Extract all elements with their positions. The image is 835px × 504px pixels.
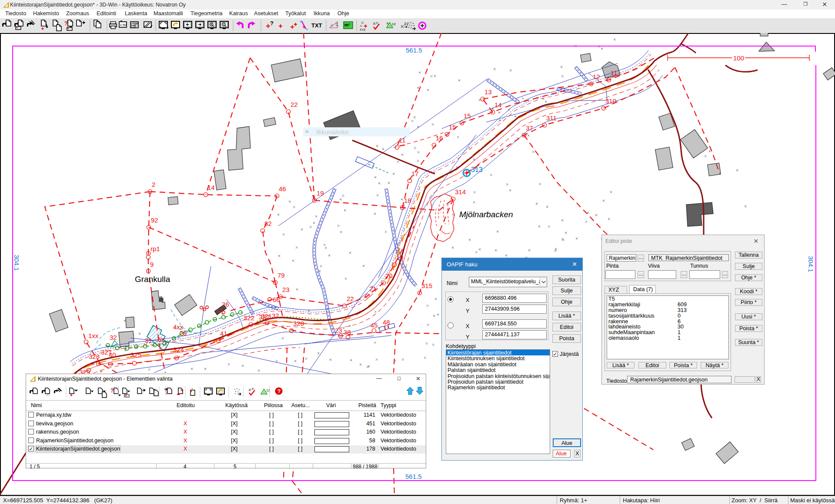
svg-text:19: 19 bbox=[317, 189, 324, 197]
svg-text:12: 12 bbox=[266, 388, 270, 392]
svg-text:18: 18 bbox=[404, 197, 411, 204]
svg-text:561.5: 561.5 bbox=[406, 46, 422, 54]
svg-text:26: 26 bbox=[222, 301, 229, 308]
svg-text:17: 17 bbox=[411, 170, 419, 177]
svg-text:m²: m² bbox=[344, 23, 350, 27]
svg-text:23: 23 bbox=[282, 286, 290, 293]
svg-text:9: 9 bbox=[150, 261, 154, 268]
svg-text:1:50: 1:50 bbox=[120, 23, 127, 27]
svg-text:29: 29 bbox=[180, 329, 187, 337]
svg-text:21: 21 bbox=[369, 285, 377, 292]
svg-text:328: 328 bbox=[89, 353, 100, 360]
svg-text:14: 14 bbox=[207, 184, 215, 191]
svg-text:20: 20 bbox=[385, 272, 393, 279]
svg-text:561.5: 561.5 bbox=[405, 473, 422, 480]
svg-text:A: A bbox=[331, 23, 333, 27]
svg-text:Mjölnarbacken: Mjölnarbacken bbox=[459, 210, 513, 219]
svg-text:32: 32 bbox=[272, 312, 279, 319]
svg-text:31: 31 bbox=[145, 337, 152, 344]
svg-text:23: 23 bbox=[335, 327, 342, 334]
svg-text:311: 311 bbox=[546, 114, 557, 122]
svg-text:13: 13 bbox=[484, 88, 492, 96]
svg-text:?: ? bbox=[64, 20, 68, 27]
svg-text:45: 45 bbox=[371, 322, 378, 329]
svg-text:37: 37 bbox=[526, 124, 533, 132]
svg-text:22: 22 bbox=[291, 101, 298, 108]
svg-text:310: 310 bbox=[605, 97, 616, 105]
svg-text:322: 322 bbox=[244, 314, 254, 322]
svg-text:324: 324 bbox=[173, 346, 184, 353]
svg-text:46: 46 bbox=[279, 185, 286, 192]
svg-text:32: 32 bbox=[110, 334, 117, 341]
svg-text:313: 313 bbox=[471, 166, 483, 173]
svg-text:100: 100 bbox=[733, 54, 744, 62]
svg-text:66: 66 bbox=[273, 296, 280, 303]
svg-text:15: 15 bbox=[449, 123, 456, 131]
svg-text:12: 12 bbox=[392, 22, 396, 26]
svg-text:21: 21 bbox=[404, 22, 408, 26]
svg-text:322: 322 bbox=[259, 313, 270, 321]
svg-text:?: ? bbox=[110, 388, 114, 394]
svg-text:304.1: 304.1 bbox=[13, 255, 20, 271]
svg-text:2: 2 bbox=[152, 181, 155, 188]
svg-text:?: ? bbox=[277, 388, 281, 395]
svg-text:41: 41 bbox=[220, 330, 227, 337]
svg-text:327: 327 bbox=[101, 348, 112, 356]
svg-text:TXT: TXT bbox=[311, 22, 322, 29]
svg-text:rp1: rp1 bbox=[150, 245, 160, 252]
svg-text:82: 82 bbox=[264, 220, 272, 227]
svg-text:?: ? bbox=[270, 20, 274, 27]
svg-text:16: 16 bbox=[436, 134, 443, 142]
svg-text:22: 22 bbox=[347, 295, 354, 302]
svg-text:12: 12 bbox=[593, 73, 600, 80]
svg-text:320: 320 bbox=[293, 320, 304, 327]
svg-text:Ikkunaleike: Ikkunaleike bbox=[316, 128, 349, 136]
svg-text:325: 325 bbox=[130, 351, 141, 358]
svg-text:315: 315 bbox=[421, 282, 432, 289]
svg-text:1xx: 1xx bbox=[88, 332, 99, 339]
svg-text:19: 19 bbox=[396, 254, 404, 261]
svg-text:XYZ: XYZ bbox=[360, 28, 366, 31]
svg-text:Grankulla: Grankulla bbox=[135, 275, 170, 284]
svg-text:15: 15 bbox=[464, 112, 471, 119]
svg-text:314: 314 bbox=[455, 188, 466, 196]
svg-text:11: 11 bbox=[399, 136, 406, 144]
svg-text:92: 92 bbox=[151, 216, 158, 224]
svg-text:48: 48 bbox=[383, 318, 390, 326]
svg-text:14: 14 bbox=[494, 101, 502, 109]
svg-text:6x: 6x bbox=[157, 335, 164, 343]
svg-text:304.1: 304.1 bbox=[807, 256, 815, 272]
svg-text:38: 38 bbox=[344, 328, 351, 336]
svg-text:79: 79 bbox=[277, 272, 285, 279]
svg-text:11: 11 bbox=[611, 69, 618, 76]
